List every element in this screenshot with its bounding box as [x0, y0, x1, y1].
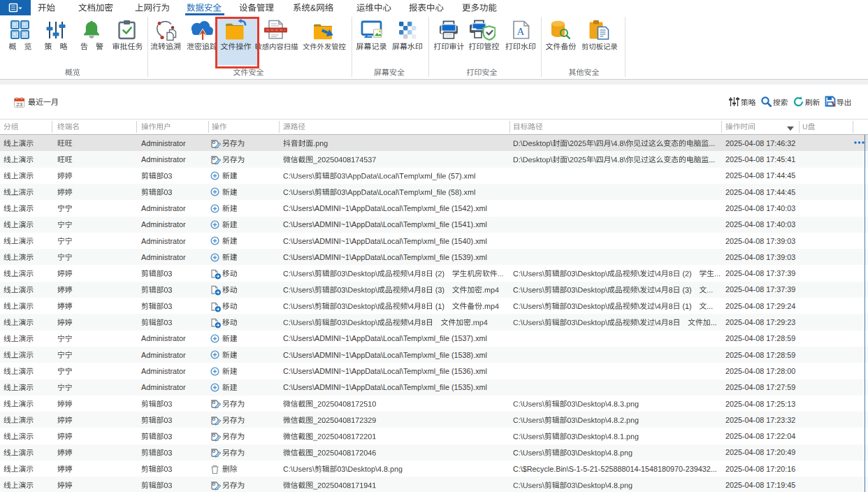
svg-text:A: A	[517, 26, 525, 37]
svg-text:23: 23	[16, 101, 22, 108]
